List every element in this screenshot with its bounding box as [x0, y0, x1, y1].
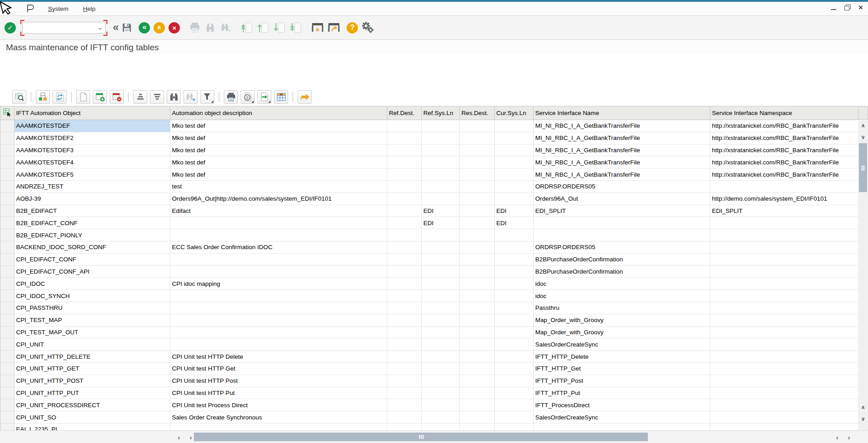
cell-object[interactable]: CPI_UNIT	[14, 338, 170, 351]
refresh-button[interactable]	[53, 90, 67, 104]
sort-descending-button[interactable]	[150, 90, 164, 104]
close-icon[interactable]: ×	[857, 4, 864, 11]
row-selector[interactable]	[0, 169, 14, 181]
cell-svc_if_name[interactable]: Passthru	[533, 302, 710, 314]
cell-ref_sys_ln[interactable]: EDI	[421, 217, 459, 229]
cell-ref_sys_ln[interactable]	[421, 180, 459, 193]
cell-svc_if_ns[interactable]	[710, 375, 858, 387]
delete-row-button[interactable]	[110, 90, 124, 104]
column-header-service-interface-name[interactable]: Service Interface Name	[533, 106, 710, 120]
cell-ref_dest[interactable]	[387, 278, 421, 290]
cell-object[interactable]: CPI_UNIT_SO	[14, 411, 170, 424]
row-selector[interactable]	[0, 217, 14, 229]
cell-res_dest[interactable]	[459, 156, 494, 169]
cell-svc_if_ns[interactable]	[710, 265, 858, 278]
cell-ref_dest[interactable]	[387, 326, 421, 338]
cell-ref_dest[interactable]	[387, 132, 421, 144]
row-selector[interactable]	[0, 362, 14, 375]
cell-svc_if_name[interactable]: IFTT_HTTP_Put	[533, 387, 710, 399]
cell-object[interactable]: CPI_UNIT_PROCESSDIRECT	[14, 399, 170, 411]
cell-ref_sys_ln[interactable]	[421, 290, 459, 302]
row-selector[interactable]	[0, 375, 14, 387]
cell-svc_if_ns[interactable]	[710, 278, 858, 290]
cell-ref_dest[interactable]	[387, 290, 421, 302]
cell-res_dest[interactable]	[459, 423, 494, 430]
chevron-down-icon[interactable]: ⌄	[96, 24, 104, 31]
cell-ref_dest[interactable]	[387, 387, 421, 399]
cell-ref_sys_ln[interactable]	[421, 375, 459, 387]
cell-res_dest[interactable]	[459, 387, 494, 399]
cell-svc_if_ns[interactable]: http://xstratanickel.com/RBC_BankTransfe…	[710, 144, 858, 156]
cell-svc_if_ns[interactable]	[710, 314, 858, 326]
cell-svc_if_ns[interactable]	[710, 326, 858, 338]
cell-cur_sys_ln[interactable]	[494, 229, 533, 241]
cell-svc_if_name[interactable]	[533, 423, 710, 430]
cell-res_dest[interactable]	[459, 362, 494, 375]
row-selector[interactable]	[0, 351, 14, 363]
cell-cur_sys_ln[interactable]	[494, 375, 533, 387]
cell-ref_dest[interactable]	[387, 399, 421, 411]
choose-layout-button[interactable]	[274, 90, 288, 104]
cell-res_dest[interactable]	[459, 217, 494, 229]
last-page-icon[interactable]	[289, 21, 302, 34]
row-selector[interactable]	[0, 290, 14, 302]
cell-res_dest[interactable]	[459, 120, 494, 132]
export-button[interactable]	[257, 90, 271, 104]
cell-svc_if_name[interactable]: MI_NI_RBC_I_A_GetBankTransferFile	[533, 144, 710, 156]
cell-object[interactable]: CPI_UNIT_HTTP_PUT	[14, 387, 170, 399]
cell-object[interactable]: CPI_UNIT_HTTP_GET	[14, 362, 170, 375]
cell-ref_dest[interactable]	[387, 120, 421, 132]
cell-svc_if_ns[interactable]	[710, 302, 858, 314]
cell-res_dest[interactable]	[459, 314, 494, 326]
cell-svc_if_name[interactable]: B2BPurchaseOrderConfirmation	[533, 265, 710, 278]
row-selector[interactable]	[0, 241, 14, 253]
cell-cur_sys_ln[interactable]	[494, 387, 533, 399]
cell-description[interactable]: Mko test def	[170, 120, 387, 132]
scroll-up-icon[interactable]: ∧	[858, 120, 868, 131]
new-session-icon[interactable]	[328, 21, 340, 34]
collapse-chevrons-icon[interactable]: «	[113, 21, 119, 34]
command-input[interactable]: ⌄	[22, 22, 106, 34]
vertical-scrollbar[interactable]: ∧ ∨ ∧ ∨	[858, 120, 868, 430]
cell-cur_sys_ln[interactable]	[494, 132, 533, 144]
insert-row-button[interactable]	[93, 90, 107, 104]
cell-svc_if_ns[interactable]	[710, 399, 858, 411]
cell-svc_if_name[interactable]: Orders96A_Out	[533, 193, 710, 205]
cell-res_dest[interactable]	[459, 253, 494, 265]
cell-description[interactable]: CPI Unit test HTTP Get	[170, 362, 387, 375]
column-header-cur-sys-ln[interactable]: Cur.Sys.Ln	[494, 106, 533, 120]
cell-res_dest[interactable]	[459, 193, 494, 205]
cell-ref_dest[interactable]	[387, 229, 421, 241]
cell-svc_if_name[interactable]: idoc	[533, 290, 710, 302]
column-header-res-dest-[interactable]: Res.Dest.	[459, 106, 494, 120]
cell-svc_if_name[interactable]: IFTT_ProcessDirect	[533, 399, 710, 411]
cell-cur_sys_ln[interactable]	[494, 253, 533, 265]
cell-res_dest[interactable]	[459, 169, 494, 181]
cell-object[interactable]: B2B_EDIFACT	[14, 205, 170, 217]
cell-svc_if_name[interactable]: ORDRSP.ORDERS05	[533, 241, 710, 253]
cell-svc_if_ns[interactable]	[710, 387, 858, 399]
cell-ref_dest[interactable]	[387, 375, 421, 387]
find-next-icon[interactable]	[220, 22, 231, 34]
views-button[interactable]	[241, 90, 255, 104]
cell-svc_if_name[interactable]: SalesOrderCreateSync	[533, 338, 710, 351]
cell-ref_dest[interactable]	[387, 302, 421, 314]
cell-description[interactable]	[170, 229, 387, 241]
cell-description[interactable]	[170, 326, 387, 338]
cell-cur_sys_ln[interactable]	[494, 193, 533, 205]
cell-res_dest[interactable]	[459, 132, 494, 144]
filter-button[interactable]	[200, 90, 214, 104]
row-selector[interactable]	[0, 278, 14, 290]
cell-ref_dest[interactable]	[387, 351, 421, 363]
cell-res_dest[interactable]	[459, 144, 494, 156]
cell-description[interactable]: Mko test def	[170, 169, 387, 181]
cell-svc_if_ns[interactable]	[710, 423, 858, 430]
cell-cur_sys_ln[interactable]	[494, 314, 533, 326]
cell-res_dest[interactable]	[459, 205, 494, 217]
cell-svc_if_ns[interactable]	[710, 290, 858, 302]
cell-object[interactable]: EAI_I_2235_PI	[14, 423, 170, 430]
select-all-corner[interactable]	[0, 106, 14, 120]
scroll-right-far-icon[interactable]: ›	[844, 432, 854, 443]
cell-ref_sys_ln[interactable]	[421, 144, 459, 156]
cell-object[interactable]: CPI_TEST_MAP_OUT	[14, 326, 170, 338]
